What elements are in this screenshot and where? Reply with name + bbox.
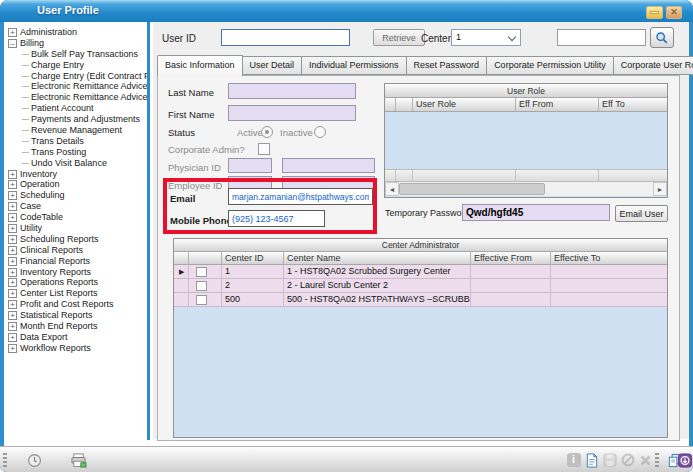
center-admin-table-header: Center IDCenter NameEffective FromEffect… (174, 252, 667, 265)
tree-connector (22, 141, 29, 142)
expand-icon[interactable]: + (8, 333, 17, 342)
expand-icon[interactable]: + (8, 344, 17, 353)
user-role-table-body[interactable] (385, 112, 667, 169)
expand-icon[interactable]: + (8, 322, 17, 331)
sidebar-item-charge-entry[interactable]: Charge Entry (8, 60, 147, 71)
expand-icon[interactable]: + (8, 289, 17, 298)
sidebar-item-label: Administration (20, 27, 77, 38)
user-id-input[interactable] (221, 29, 350, 46)
center-admin-row-2[interactable]: 22 - Laurel Scrub Center 2 (174, 279, 667, 293)
physician-id-input[interactable] (228, 158, 272, 173)
center-dropdown[interactable]: 1 (451, 29, 521, 46)
collapse-icon[interactable]: – (8, 39, 17, 48)
scrollbar-thumb[interactable] (399, 183, 545, 195)
document-icon[interactable] (583, 452, 600, 468)
sidebar-item-case[interactable]: +Case (8, 201, 147, 212)
expand-icon[interactable]: + (8, 224, 17, 233)
sidebar-item-electronic-remittance-advice-patient[interactable]: Electronic Remittance Advice - Patient (8, 81, 147, 92)
sidebar-item-label: Charge Entry (31, 60, 84, 71)
sidebar-item-administration[interactable]: +Administration (8, 27, 147, 38)
status-label: Status (168, 127, 195, 138)
minimize-button[interactable] (646, 6, 663, 19)
row-checkbox[interactable] (196, 295, 207, 305)
expand-icon[interactable]: + (8, 170, 17, 179)
sidebar-item-statistical-reports[interactable]: +Statistical Reports (8, 310, 147, 321)
status-active-radio[interactable] (261, 126, 273, 138)
effective-from-cell (471, 279, 551, 292)
expand-icon[interactable]: + (8, 300, 17, 309)
sidebar-item-month-end-reports[interactable]: +Month End Reports (8, 321, 147, 332)
sidebar-item-inventory[interactable]: +Inventory (8, 169, 147, 180)
sidebar-item-scheduling-reports[interactable]: +Scheduling Reports (8, 234, 147, 245)
search-input[interactable] (557, 29, 646, 46)
expand-icon[interactable]: + (8, 235, 17, 244)
expand-icon[interactable]: + (8, 257, 17, 266)
sidebar-item-payments-and-adjustments[interactable]: Payments and Adjustments (8, 114, 147, 125)
row-checkbox[interactable] (196, 267, 207, 277)
expand-icon[interactable]: + (8, 278, 17, 287)
retrieve-button[interactable]: Retrieve (373, 29, 425, 46)
user-role-hscrollbar[interactable]: ◄ ► (385, 182, 667, 196)
expand-icon[interactable]: + (8, 268, 17, 277)
center-admin-col-blank (189, 252, 222, 264)
sidebar-item-workflow-reports[interactable]: +Workflow Reports (8, 343, 147, 354)
center-admin-row-500[interactable]: 500500 - HST8QA02 HSTPATHWAYS –SCRUBBED … (174, 293, 667, 307)
body-inner: +Administration–BillingBulk Self Pay Tra… (4, 22, 689, 446)
print-icon[interactable] (70, 452, 87, 468)
corporate-admin-checkbox[interactable] (258, 143, 270, 155)
sidebar-item-profit-and-cost-reports[interactable]: +Profit and Cost Reports (8, 299, 147, 310)
sidebar-item-revenue-management[interactable]: Revenue Management (8, 125, 147, 136)
tab-corporate-user-role-utility[interactable]: Corporate User Role Utility (614, 56, 693, 75)
sidebar-item-financial-reports[interactable]: +Financial Reports (8, 256, 147, 267)
sidebar-item-charge-entry-edit-contract-fee[interactable]: Charge Entry (Edit Contract Fee) (8, 71, 147, 82)
info-icon[interactable]: i (565, 452, 582, 468)
sidebar-item-inventory-reports[interactable]: +Inventory Reports (8, 267, 147, 278)
sidebar-item-operation[interactable]: +Operation (8, 179, 147, 190)
expand-icon[interactable]: + (8, 311, 17, 320)
sidebar-item-undo-visit-balance[interactable]: Undo Visit Balance (8, 158, 147, 169)
sidebar-item-utility[interactable]: +Utility (8, 223, 147, 234)
scroll-left-icon[interactable]: ◄ (385, 182, 399, 196)
sidebar-item-center-list-reports[interactable]: +Center List Reports (8, 288, 147, 299)
temporary-password-input[interactable] (462, 204, 610, 221)
sidebar-item-scheduling[interactable]: +Scheduling (8, 190, 147, 201)
status-inactive-radio[interactable] (314, 126, 326, 138)
sidebar-item-billing[interactable]: –Billing (8, 38, 147, 49)
sidebar-item-clinical-reports[interactable]: +Clinical Reports (8, 245, 147, 256)
tab-individual-permissions[interactable]: Individual Permissions (302, 56, 407, 75)
sidebar-item-operations-reports[interactable]: +Operations Reports (8, 277, 147, 288)
row-checkbox-cell (189, 265, 222, 278)
expand-icon[interactable]: + (8, 28, 17, 37)
statusbar-grip (3, 453, 7, 467)
sidebar-item-electronic-remittance-advice-payer[interactable]: Electronic Remittance Advice - Payer (8, 92, 147, 103)
close-button[interactable]: ✕ (666, 6, 682, 19)
first-name-input[interactable] (228, 105, 356, 121)
expand-icon[interactable]: + (8, 246, 17, 255)
sidebar-item-codetable[interactable]: +CodeTable (8, 212, 147, 223)
expand-icon[interactable]: + (8, 213, 17, 222)
sidebar-item-data-export[interactable]: +Data Export (8, 332, 147, 343)
title-bar[interactable]: User Profile ✕ (0, 0, 693, 22)
tab-corporate-permission-utility[interactable]: Corporate Permission Utility (487, 56, 614, 75)
center-admin-row-1[interactable]: ▶11 - HST8QA02 Scrubbed Surgery Center (174, 265, 667, 279)
tab-user-detail[interactable]: User Detail (243, 56, 303, 75)
clock-icon[interactable] (26, 452, 43, 468)
tab-reset-password[interactable]: Reset Password (407, 56, 488, 75)
sidebar-item-patient-account[interactable]: Patient Account (8, 103, 147, 114)
sidebar-item-trans-details[interactable]: Trans Details (8, 136, 147, 147)
email-user-button[interactable]: Email User (615, 205, 668, 222)
expand-icon[interactable]: + (8, 202, 17, 211)
center-dropdown-value: 1 (456, 32, 461, 42)
close-icon: ✕ (670, 8, 678, 17)
sidebar-item-trans-posting[interactable]: Trans Posting (8, 147, 147, 158)
scroll-right-icon[interactable]: ► (653, 182, 667, 196)
last-name-input[interactable] (228, 83, 356, 99)
expand-icon[interactable]: + (8, 191, 17, 200)
row-checkbox[interactable] (196, 281, 207, 291)
sidebar-item-bulk-self-pay-transactions[interactable]: Bulk Self Pay Transactions (8, 49, 147, 60)
exit-icon[interactable] (676, 452, 693, 468)
search-button[interactable] (650, 27, 674, 48)
tab-basic-information[interactable]: Basic Information (157, 55, 243, 76)
physician-id-detail-input[interactable] (282, 158, 375, 173)
expand-icon[interactable]: + (8, 180, 17, 189)
